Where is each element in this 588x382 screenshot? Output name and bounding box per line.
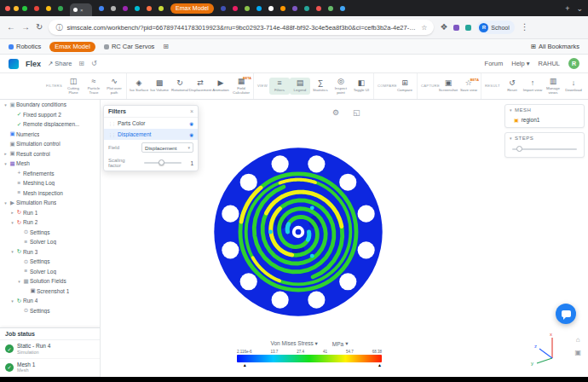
tree-item-result-control[interactable]: ▸▣Result control	[0, 149, 100, 159]
toolbar-item-reset[interactable]: ↺Reset	[502, 78, 522, 94]
tree-item-solver-log[interactable]: ≡Solver Log	[0, 267, 100, 277]
tab-favicon[interactable]	[221, 6, 226, 11]
tree-item-run-1[interactable]: ▸↻Run 1	[0, 208, 100, 218]
chevron-down-icon[interactable]: ▾	[16, 279, 22, 284]
visibility-eye-icon[interactable]: ◉	[189, 121, 193, 126]
user-avatar[interactable]: R	[568, 58, 579, 69]
history-icon[interactable]: ↺	[91, 60, 97, 67]
tab-favicon[interactable]	[147, 6, 152, 11]
chevron-down-icon[interactable]: ▾	[9, 298, 15, 304]
fit-view-icon[interactable]: ◱	[353, 108, 360, 117]
help-menu[interactable]: Help ▾	[511, 60, 529, 67]
toolbar-item-rotational[interactable]: ↻Rotational	[170, 78, 190, 94]
tab-favicon[interactable]	[280, 6, 285, 11]
tree-item-mesh[interactable]: ▾▦Mesh	[0, 159, 100, 169]
chat-bubble-button[interactable]	[556, 304, 576, 324]
tab-favicon[interactable]	[257, 6, 262, 11]
toolbar-item-legend[interactable]: ▤Legend	[290, 78, 310, 94]
extension-icon[interactable]	[465, 25, 471, 31]
tree-item-refinements[interactable]: +Refinements	[0, 169, 100, 179]
zoom-window-icon[interactable]	[22, 6, 27, 11]
tab-favicon[interactable]	[292, 6, 297, 11]
toolbar-item-iso-volume[interactable]: ▩Iso Volume	[149, 78, 170, 94]
chevron-down-icon[interactable]: ▾	[3, 102, 9, 107]
legend-min-marker[interactable]: ▲	[243, 363, 247, 368]
menu-dots-icon[interactable]: ⋮	[521, 23, 529, 32]
bookmark-star-icon[interactable]: ☆	[421, 24, 427, 32]
forward-icon[interactable]: →	[21, 23, 30, 32]
chevron-down-icon[interactable]: ▾	[3, 200, 9, 205]
home-view-icon[interactable]: ⌂	[574, 336, 581, 344]
toolbar-item-iso-surface[interactable]: ◈Iso Surface	[129, 78, 149, 94]
chevron-down-icon[interactable]: ▾	[3, 161, 9, 166]
new-tab-icon[interactable]: +	[565, 4, 569, 13]
toolbar-item-download[interactable]: ↓Download	[563, 78, 584, 94]
tab-favicon[interactable]	[340, 6, 345, 11]
tab-favicon[interactable]	[304, 6, 309, 11]
bookmark-rc-car-servos[interactable]: RC Car Servos	[104, 43, 154, 50]
tab-favicon[interactable]	[245, 6, 250, 11]
layout-icon[interactable]: ⊞	[78, 60, 84, 67]
chevron-right-icon[interactable]: ▸	[9, 210, 15, 215]
steps-header[interactable]: ▾ STEPS	[505, 133, 584, 143]
mesh-region-item[interactable]: ▣ region1	[505, 115, 584, 127]
slider-knob[interactable]	[159, 159, 164, 165]
chevron-right-icon[interactable]: ▸	[3, 151, 9, 156]
toolbar-item-particle-trace[interactable]: ≈Particle Trace	[84, 76, 104, 97]
tab-group-pill[interactable]: Emax Model	[170, 3, 214, 14]
tree-item-run-2[interactable]: ▾↻Run 2	[0, 217, 100, 228]
tree-item-remote-displacemen[interactable]: ✓Remote displacemen...	[0, 119, 100, 130]
tree-item-simulation-runs[interactable]: ▾▶Simulation Runs	[0, 198, 100, 208]
field-dropdown[interactable]: Displacement ▾	[141, 142, 193, 153]
toolbar-item-plot-over-path[interactable]: ∿Plot over path	[104, 76, 124, 97]
viewport-3d[interactable]: Filters × ⋮⋮Parts Color◉⋮⋮Displacement◉ …	[101, 100, 588, 377]
tab-favicon[interactable]	[99, 6, 104, 11]
tab-favicon[interactable]	[316, 6, 321, 11]
forum-link[interactable]: Forum	[485, 60, 504, 67]
toolbar-item-manage-views[interactable]: ▥Manage views	[543, 76, 563, 97]
scaling-slider[interactable]	[144, 162, 182, 164]
toolbar-item-displacement[interactable]: ⇄Displacement	[190, 78, 210, 94]
tree-item-numerics[interactable]: ▣Numerics	[0, 130, 100, 140]
tab-search-icon[interactable]: ⌄	[576, 4, 583, 13]
tab-favicon[interactable]	[34, 6, 39, 11]
visibility-eye-icon[interactable]: ◉	[189, 132, 193, 137]
toolbar-item-cutting-plane[interactable]: ◫Cutting Plane	[63, 76, 84, 97]
reload-icon[interactable]: ↻	[36, 23, 43, 32]
legend-gradient[interactable]: ▲ ▲	[237, 355, 382, 362]
toolbar-item-toggle-ui[interactable]: ◧Toggle UI	[351, 78, 372, 94]
job-status-item[interactable]: ✓Static - Run 4Simulation	[0, 340, 101, 358]
job-status-item[interactable]: ✓Mesh 1Mesh	[0, 359, 101, 377]
tab-favicon[interactable]	[233, 6, 238, 11]
cube-view-icon[interactable]: ▣	[574, 349, 581, 356]
extension-icon[interactable]	[453, 25, 459, 31]
bookmark-robotics[interactable]: Robotics	[9, 43, 41, 50]
bookmark-grid-icon[interactable]: ⊞	[163, 43, 169, 50]
legend-unit-dropdown[interactable]: MPa ▾	[332, 340, 349, 347]
chevron-down-icon[interactable]: ▾	[9, 249, 15, 254]
tab-favicon[interactable]	[123, 6, 128, 11]
tree-item-settings[interactable]: ⊙Settings	[0, 228, 100, 238]
toolbar-item-compare[interactable]: ⊞Compare	[395, 78, 415, 94]
tree-item-boundary-conditions[interactable]: ▾▣Boundary conditions	[0, 100, 100, 110]
toolbar-item-save-view[interactable]: ☆Save viewBETA	[458, 78, 479, 94]
toolbar-item-filters[interactable]: ≡Filters	[269, 78, 290, 94]
tab-favicon[interactable]	[268, 6, 274, 11]
site-info-icon[interactable]: ⓘ	[55, 23, 62, 32]
tree-item-simulation-control[interactable]: ▣Simulation control	[0, 139, 100, 149]
close-icon[interactable]: ×	[190, 108, 193, 114]
bookmark-emax-model[interactable]: Emax Model	[49, 42, 95, 52]
toolbar-item-field-calculator[interactable]: ▦Field CalculatorBETA	[231, 76, 251, 97]
share-button[interactable]: ↗ Share	[48, 60, 72, 67]
tab-close-icon[interactable]: ×	[80, 8, 84, 13]
steps-slider-knob[interactable]	[516, 146, 522, 152]
tree-item-fixed-support-2[interactable]: ✓Fixed support 2	[0, 110, 100, 120]
mesh-header[interactable]: ▾ MESH	[505, 105, 584, 115]
orientation-triad[interactable]: x y z	[527, 329, 564, 367]
legend-max-marker[interactable]: ▲	[378, 363, 382, 368]
drag-handle-icon[interactable]: ⋮⋮	[108, 121, 115, 126]
tab-favicon[interactable]	[46, 6, 51, 11]
minimize-window-icon[interactable]	[14, 6, 19, 11]
tree-item-run-3[interactable]: ▾↻Run 3	[0, 247, 100, 258]
close-window-icon[interactable]	[5, 6, 10, 11]
